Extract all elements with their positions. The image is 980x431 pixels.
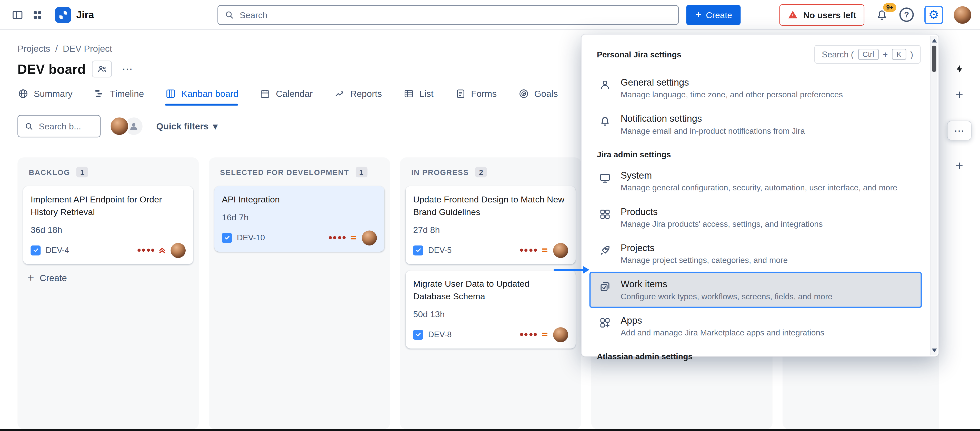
scroll-up-arrow-icon[interactable]: [932, 39, 937, 43]
settings-dropdown-header: Personal Jira settings Search ( Ctrl + K…: [590, 44, 922, 70]
window-bottom-edge: [0, 429, 980, 431]
assignee-filter-avatars: [110, 116, 144, 136]
no-users-left-button[interactable]: No users left: [780, 4, 864, 25]
board-title-more-button[interactable]: ⋯: [118, 63, 137, 76]
card-estimate: 27d 8h: [413, 225, 568, 235]
add-view-button[interactable]: +: [956, 87, 963, 103]
settings-item-projects[interactable]: Projects Manage project settings, catego…: [590, 236, 922, 272]
card-title: Migrate User Data to Updated Database Sc…: [413, 278, 568, 303]
column-name: BACKLOG: [29, 168, 70, 176]
board-right-rail: + ⋯ +: [939, 30, 980, 429]
issue-card-dev-8[interactable]: Migrate User Data to Updated Database Sc…: [406, 270, 576, 348]
settings-search-shortcut[interactable]: Search ( Ctrl + K ): [815, 45, 921, 64]
help-button[interactable]: ?: [899, 8, 914, 22]
scrollbar-thumb[interactable]: [932, 46, 936, 72]
tab-reports[interactable]: Reports: [334, 88, 382, 106]
settings-button-active[interactable]: ⚙︎: [924, 5, 943, 24]
column-header: IN PROGRESS 2: [400, 157, 581, 183]
create-button[interactable]: + Create: [687, 5, 741, 25]
card-title: API Integration: [222, 194, 377, 206]
priority-medium-icon: [539, 330, 549, 339]
gear-icon: ⚙︎: [929, 9, 939, 21]
breadcrumb-projects[interactable]: Projects: [18, 44, 50, 54]
board-search-field[interactable]: [18, 115, 100, 138]
column-header: BACKLOG 1: [18, 157, 199, 183]
section-heading-jira-admin: Jira admin settings: [590, 143, 922, 163]
settings-item-title: System: [620, 170, 897, 181]
global-search-input[interactable]: [240, 10, 672, 20]
add-column-button[interactable]: +: [956, 158, 963, 174]
tab-timeline[interactable]: Timeline: [94, 88, 144, 106]
task-type-icon: [413, 330, 423, 339]
tab-goals[interactable]: Goals: [518, 88, 558, 106]
user-avatar[interactable]: [954, 6, 971, 23]
settings-item-title: Notification settings: [620, 113, 805, 124]
assignee-avatar[interactable]: [110, 116, 129, 136]
warning-icon: [788, 10, 798, 20]
jira-logo[interactable]: Jira: [55, 7, 94, 23]
settings-item-title: Work items: [620, 278, 832, 290]
issue-card-dev-4[interactable]: Implement API Endpoint for Order History…: [23, 186, 193, 264]
task-type-icon: [222, 233, 232, 243]
automation-button[interactable]: [955, 64, 964, 74]
sidebar-toggle-button[interactable]: [8, 5, 27, 25]
scroll-down-arrow-icon[interactable]: [932, 349, 937, 352]
settings-item-description: Configure work types, workflows, screens…: [620, 292, 832, 302]
products-grid-icon: [598, 207, 612, 221]
issue-key: DEV-8: [428, 330, 452, 339]
settings-item-title: Products: [620, 206, 822, 217]
card-meta: [328, 230, 377, 246]
more-icon: ⋯: [122, 63, 133, 75]
issue-card-dev-5[interactable]: Update Frontend Design to Match New Bran…: [406, 186, 576, 264]
assignee-avatar[interactable]: [362, 230, 377, 246]
app-switcher-button[interactable]: [27, 5, 48, 25]
assignee-avatar[interactable]: [553, 243, 568, 258]
issue-card-dev-10[interactable]: API Integration 16d 7h DEV-10: [214, 186, 384, 252]
board-members-button[interactable]: [92, 60, 112, 78]
tab-summary[interactable]: Summary: [18, 88, 73, 106]
assignee-avatar[interactable]: [553, 327, 568, 342]
global-search-field[interactable]: [218, 5, 679, 25]
pointer-arrow-to-work-items: [554, 269, 584, 271]
settings-item-general-settings[interactable]: General settings Manage language, time z…: [590, 70, 922, 106]
app-grid-icon: [32, 9, 43, 20]
card-footer: DEV-4: [30, 243, 186, 258]
column-create-button[interactable]: + Create: [18, 264, 199, 292]
notification-count-badge: 9+: [882, 2, 898, 13]
column-count-badge: 1: [76, 167, 88, 177]
settings-item-products[interactable]: Products Manage Jira products' access, s…: [590, 200, 922, 236]
effort-dots: [137, 249, 154, 252]
chevron-down-icon: ▾: [213, 121, 218, 131]
settings-dropdown: Personal Jira settings Search ( Ctrl + K…: [581, 34, 939, 357]
kanban-board-icon: [165, 88, 177, 100]
tab-calendar[interactable]: Calendar: [260, 88, 313, 106]
settings-item-system[interactable]: System Manage general configuration, sec…: [590, 163, 922, 199]
effort-dots: [520, 249, 537, 252]
column-cards: Implement API Endpoint for Order History…: [18, 183, 199, 264]
quick-filters-button[interactable]: Quick filters ▾: [151, 117, 223, 135]
settings-item-apps[interactable]: Apps Add and manage Jira Marketplace app…: [590, 308, 922, 344]
bell-icon: [598, 114, 612, 128]
column-cards: Update Frontend Design to Match New Bran…: [400, 183, 581, 348]
settings-item-description: Add and manage Jira Marketplace apps and…: [620, 328, 824, 338]
board-more-button[interactable]: ⋯: [947, 121, 971, 140]
tab-forms[interactable]: Forms: [455, 88, 497, 106]
tab-list[interactable]: List: [403, 88, 433, 106]
chart-icon: [334, 88, 345, 100]
settings-item-description: Manage project settings, categories, and…: [620, 255, 788, 265]
notifications-button[interactable]: 9+: [875, 8, 889, 22]
target-icon: [518, 88, 529, 100]
card-meta: [520, 243, 568, 258]
search-icon: [24, 122, 34, 131]
tab-kanban-board[interactable]: Kanban board: [165, 88, 238, 106]
column-selected-for-development: SELECTED FOR DEVELOPMENT 1 API Integrati…: [209, 157, 390, 429]
card-footer: DEV-8: [413, 327, 568, 342]
board-search-input[interactable]: [39, 121, 94, 131]
settings-item-work-items[interactable]: Work items Configure work types, workflo…: [590, 272, 922, 308]
dropdown-scrollbar[interactable]: [930, 36, 937, 355]
settings-item-notification-settings[interactable]: Notification settings Manage email and i…: [590, 106, 922, 142]
assignee-avatar[interactable]: [170, 243, 186, 258]
sidebar-panel-icon: [11, 8, 24, 21]
breadcrumb-project[interactable]: DEV Project: [63, 44, 112, 54]
app-name: Jira: [76, 9, 94, 20]
